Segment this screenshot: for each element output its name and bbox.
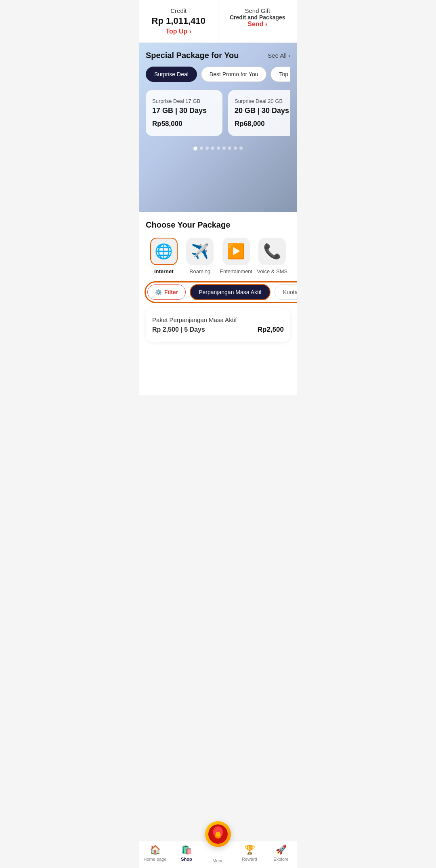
choose-package-section: Choose Your Package 🌐 Internet ✈️ Roamin…	[139, 212, 297, 395]
roaming-icon-wrap: ✈️	[186, 238, 214, 265]
voice-sms-label: Voice & SMS	[257, 268, 287, 274]
entertainment-icon-wrap: ▶️	[222, 238, 250, 265]
dot-3	[211, 146, 214, 150]
credit-section: Credit Rp 1,011,410 Top Up ›	[139, 0, 218, 42]
filter-button[interactable]: ⚙️ Filter	[147, 284, 186, 300]
choose-title: Choose Your Package	[146, 220, 290, 230]
topup-label: Top Up	[166, 28, 187, 35]
dot-5	[222, 146, 226, 150]
subfilter-perpanjangan[interactable]: Perpanjangan Masa Aktif	[190, 284, 270, 300]
dot-4	[217, 146, 220, 150]
roaming-label: Roaming	[189, 268, 210, 274]
roaming-icon: ✈️	[191, 243, 209, 260]
voice-sms-icon-wrap: 📞	[258, 238, 286, 265]
topup-link[interactable]: Top Up ›	[146, 28, 212, 35]
send-label: Send	[247, 21, 263, 27]
package-cards-row: Surprise Deal 17 GB 17 GB | 30 Days Rp58…	[146, 90, 290, 140]
pkg-item-0-detail: Rp 2,500 | 5 Days	[152, 326, 205, 333]
pkg-card-1-detail: 20 GB | 30 Days	[235, 107, 290, 115]
subfilter-row: ⚙️ Filter Perpanjangan Masa Aktif Kuota …	[147, 284, 297, 300]
entertainment-label: Entertainment	[220, 268, 252, 274]
pkg-card-1-price: Rp68,000	[235, 120, 290, 128]
internet-label: Internet	[154, 268, 174, 274]
send-arrow: ›	[265, 21, 267, 27]
carousel-dots	[146, 140, 290, 155]
filter-label: Filter	[164, 289, 178, 295]
tab-top-picks[interactable]: Top picks for you	[270, 67, 290, 82]
send-gift-section: Send Gift Credit and Packages Send ›	[218, 0, 297, 42]
voice-sms-icon: 📞	[263, 243, 281, 260]
send-subtitle: Credit and Packages	[225, 14, 291, 21]
dot-8	[239, 146, 243, 150]
pkg-card-1-name: Surprise Deal 20 GB	[235, 98, 290, 104]
internet-icon: 🌐	[155, 243, 173, 260]
internet-icon-wrap: 🌐	[150, 238, 178, 265]
filter-icon: ⚙️	[155, 289, 162, 295]
pkg-card-0[interactable]: Surprise Deal 17 GB 17 GB | 30 Days Rp58…	[146, 90, 222, 136]
see-all-link[interactable]: See All ›	[268, 52, 290, 59]
special-title: Special Package for You	[146, 51, 239, 60]
credit-amount: Rp 1,011,410	[146, 16, 212, 26]
category-internet[interactable]: 🌐 Internet	[146, 238, 182, 274]
entertainment-icon: ▶️	[227, 243, 245, 260]
pkg-card-0-name: Surprise Deal 17 GB	[152, 98, 216, 104]
dot-6	[228, 146, 231, 150]
dot-7	[234, 146, 237, 150]
dot-0	[193, 146, 197, 151]
package-tabs: Surprise Deal Best Promo for You Top pic…	[146, 67, 290, 82]
tab-best-promo[interactable]: Best Promo for You	[201, 67, 267, 82]
subfilter-outline: ⚙️ Filter Perpanjangan Masa Aktif Kuota …	[146, 282, 297, 302]
category-voice-sms[interactable]: 📞 Voice & SMS	[254, 238, 291, 274]
send-gift-label: Send Gift	[225, 7, 291, 14]
pkg-item-0-name: Paket Perpanjangan Masa Aktif	[152, 316, 284, 323]
topup-arrow: ›	[189, 28, 191, 35]
special-header: Special Package for You See All ›	[146, 51, 290, 60]
dot-1	[200, 146, 203, 150]
send-link[interactable]: Send ›	[225, 21, 291, 28]
pkg-card-0-detail: 17 GB | 30 Days	[152, 107, 216, 115]
category-row: 🌐 Internet ✈️ Roaming ▶️ Entertainment 📞…	[146, 238, 290, 274]
pkg-card-1[interactable]: Surprise Deal 20 GB 20 GB | 30 Days Rp68…	[228, 90, 290, 136]
pkg-card-0-price: Rp58,000	[152, 120, 216, 128]
credit-label: Credit	[146, 7, 212, 14]
tab-surprise-deal[interactable]: Surprise Deal	[146, 67, 197, 82]
package-list: Paket Perpanjangan Masa Aktif Rp 2,500 |…	[146, 308, 290, 342]
category-roaming[interactable]: ✈️ Roaming	[182, 238, 218, 274]
category-entertainment[interactable]: ▶️ Entertainment	[218, 238, 254, 274]
dot-2	[205, 146, 209, 150]
header-bar: Credit Rp 1,011,410 Top Up › Send Gift C…	[139, 0, 297, 43]
subfilter-kuota-keluarga[interactable]: Kuota Keluarga	[275, 284, 297, 300]
special-package-section: Special Package for You See All › Surpri…	[139, 43, 297, 212]
pkg-item-0-price: Rp2,500	[258, 326, 284, 334]
package-item-0[interactable]: Paket Perpanjangan Masa Aktif Rp 2,500 |…	[146, 308, 290, 342]
pkg-item-0-row: Rp 2,500 | 5 Days Rp2,500	[152, 326, 284, 334]
